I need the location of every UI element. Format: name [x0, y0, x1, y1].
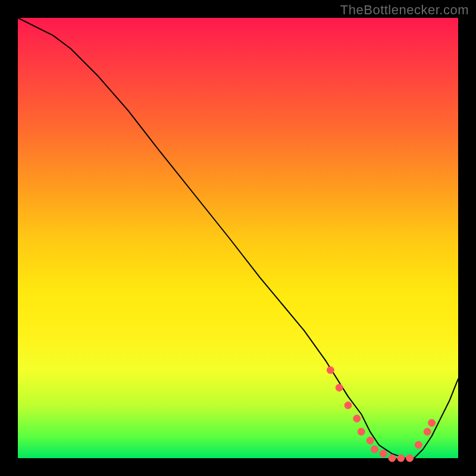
marker-dot — [424, 428, 431, 436]
marker-dot — [397, 455, 405, 462]
watermark-text: TheBottlenecker.com — [340, 2, 469, 18]
chart-frame: TheBottlenecker.com — [0, 0, 476, 476]
marker-dot — [428, 419, 436, 427]
marker-dot — [380, 450, 387, 458]
curve-layer — [18, 18, 458, 458]
marker-dot — [371, 446, 378, 453]
marker-dot — [415, 441, 422, 449]
marker-dot — [367, 437, 374, 444]
marker-dot — [358, 428, 365, 436]
marker-layer — [327, 367, 435, 462]
marker-dot — [327, 367, 334, 374]
marker-dot — [353, 415, 361, 422]
marker-dot — [336, 384, 343, 392]
marker-dot — [406, 455, 414, 462]
bottleneck-curve — [18, 18, 458, 458]
plot-area — [18, 18, 458, 458]
marker-dot — [389, 455, 396, 462]
marker-dot — [345, 402, 352, 409]
